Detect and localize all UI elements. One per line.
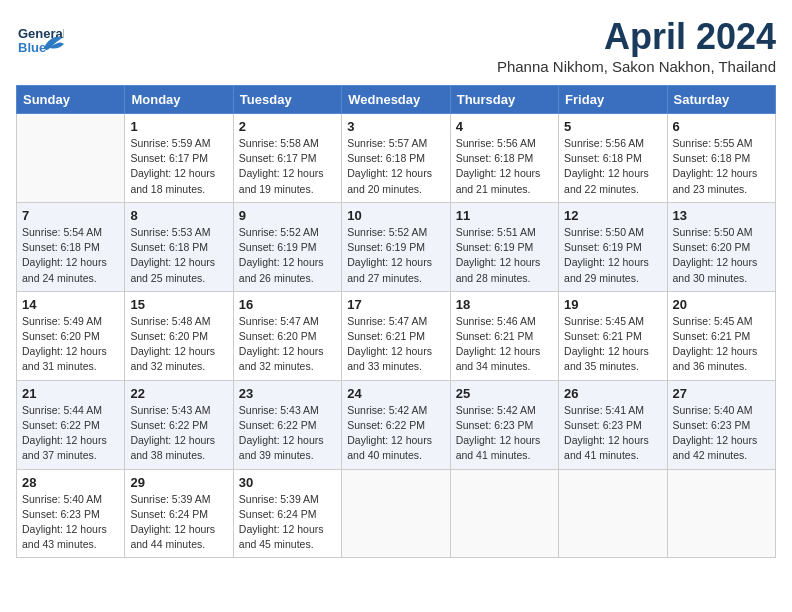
calendar-cell: 22Sunrise: 5:43 AM Sunset: 6:22 PM Dayli…: [125, 380, 233, 469]
calendar-cell: 28Sunrise: 5:40 AM Sunset: 6:23 PM Dayli…: [17, 469, 125, 558]
column-header-saturday: Saturday: [667, 86, 775, 114]
calendar-cell: 16Sunrise: 5:47 AM Sunset: 6:20 PM Dayli…: [233, 291, 341, 380]
day-info: Sunrise: 5:58 AM Sunset: 6:17 PM Dayligh…: [239, 136, 336, 197]
calendar-cell: 5Sunrise: 5:56 AM Sunset: 6:18 PM Daylig…: [559, 114, 667, 203]
day-info: Sunrise: 5:50 AM Sunset: 6:20 PM Dayligh…: [673, 225, 770, 286]
calendar-cell: [559, 469, 667, 558]
column-header-monday: Monday: [125, 86, 233, 114]
day-info: Sunrise: 5:43 AM Sunset: 6:22 PM Dayligh…: [130, 403, 227, 464]
calendar-cell: [450, 469, 558, 558]
calendar-cell: 12Sunrise: 5:50 AM Sunset: 6:19 PM Dayli…: [559, 202, 667, 291]
day-info: Sunrise: 5:49 AM Sunset: 6:20 PM Dayligh…: [22, 314, 119, 375]
calendar-week-row: 28Sunrise: 5:40 AM Sunset: 6:23 PM Dayli…: [17, 469, 776, 558]
calendar-cell: 23Sunrise: 5:43 AM Sunset: 6:22 PM Dayli…: [233, 380, 341, 469]
calendar-cell: 25Sunrise: 5:42 AM Sunset: 6:23 PM Dayli…: [450, 380, 558, 469]
column-header-thursday: Thursday: [450, 86, 558, 114]
day-info: Sunrise: 5:45 AM Sunset: 6:21 PM Dayligh…: [673, 314, 770, 375]
day-number: 4: [456, 119, 553, 134]
calendar-cell: 27Sunrise: 5:40 AM Sunset: 6:23 PM Dayli…: [667, 380, 775, 469]
day-number: 1: [130, 119, 227, 134]
column-header-friday: Friday: [559, 86, 667, 114]
day-info: Sunrise: 5:40 AM Sunset: 6:23 PM Dayligh…: [22, 492, 119, 553]
calendar-cell: 13Sunrise: 5:50 AM Sunset: 6:20 PM Dayli…: [667, 202, 775, 291]
calendar-week-row: 21Sunrise: 5:44 AM Sunset: 6:22 PM Dayli…: [17, 380, 776, 469]
day-info: Sunrise: 5:39 AM Sunset: 6:24 PM Dayligh…: [239, 492, 336, 553]
day-info: Sunrise: 5:59 AM Sunset: 6:17 PM Dayligh…: [130, 136, 227, 197]
page-header: General Blue April 2024 Phanna Nikhom, S…: [16, 16, 776, 75]
day-number: 30: [239, 475, 336, 490]
day-info: Sunrise: 5:51 AM Sunset: 6:19 PM Dayligh…: [456, 225, 553, 286]
day-number: 10: [347, 208, 444, 223]
day-number: 18: [456, 297, 553, 312]
day-info: Sunrise: 5:54 AM Sunset: 6:18 PM Dayligh…: [22, 225, 119, 286]
day-info: Sunrise: 5:47 AM Sunset: 6:20 PM Dayligh…: [239, 314, 336, 375]
calendar-cell: 30Sunrise: 5:39 AM Sunset: 6:24 PM Dayli…: [233, 469, 341, 558]
day-number: 20: [673, 297, 770, 312]
day-info: Sunrise: 5:42 AM Sunset: 6:22 PM Dayligh…: [347, 403, 444, 464]
calendar-cell: 2Sunrise: 5:58 AM Sunset: 6:17 PM Daylig…: [233, 114, 341, 203]
column-header-wednesday: Wednesday: [342, 86, 450, 114]
day-info: Sunrise: 5:56 AM Sunset: 6:18 PM Dayligh…: [456, 136, 553, 197]
calendar-cell: 14Sunrise: 5:49 AM Sunset: 6:20 PM Dayli…: [17, 291, 125, 380]
month-title: April 2024: [497, 16, 776, 58]
day-number: 28: [22, 475, 119, 490]
column-header-tuesday: Tuesday: [233, 86, 341, 114]
day-info: Sunrise: 5:53 AM Sunset: 6:18 PM Dayligh…: [130, 225, 227, 286]
day-info: Sunrise: 5:47 AM Sunset: 6:21 PM Dayligh…: [347, 314, 444, 375]
day-info: Sunrise: 5:56 AM Sunset: 6:18 PM Dayligh…: [564, 136, 661, 197]
calendar-cell: 24Sunrise: 5:42 AM Sunset: 6:22 PM Dayli…: [342, 380, 450, 469]
day-number: 2: [239, 119, 336, 134]
calendar-cell: 19Sunrise: 5:45 AM Sunset: 6:21 PM Dayli…: [559, 291, 667, 380]
calendar-cell: 17Sunrise: 5:47 AM Sunset: 6:21 PM Dayli…: [342, 291, 450, 380]
day-number: 27: [673, 386, 770, 401]
calendar-cell: 3Sunrise: 5:57 AM Sunset: 6:18 PM Daylig…: [342, 114, 450, 203]
day-number: 6: [673, 119, 770, 134]
day-number: 17: [347, 297, 444, 312]
calendar-cell: 15Sunrise: 5:48 AM Sunset: 6:20 PM Dayli…: [125, 291, 233, 380]
calendar-week-row: 7Sunrise: 5:54 AM Sunset: 6:18 PM Daylig…: [17, 202, 776, 291]
day-number: 25: [456, 386, 553, 401]
title-block: April 2024 Phanna Nikhom, Sakon Nakhon, …: [497, 16, 776, 75]
calendar-table: SundayMondayTuesdayWednesdayThursdayFrid…: [16, 85, 776, 558]
calendar-week-row: 1Sunrise: 5:59 AM Sunset: 6:17 PM Daylig…: [17, 114, 776, 203]
calendar-cell: 9Sunrise: 5:52 AM Sunset: 6:19 PM Daylig…: [233, 202, 341, 291]
day-info: Sunrise: 5:52 AM Sunset: 6:19 PM Dayligh…: [239, 225, 336, 286]
day-info: Sunrise: 5:46 AM Sunset: 6:21 PM Dayligh…: [456, 314, 553, 375]
location-title: Phanna Nikhom, Sakon Nakhon, Thailand: [497, 58, 776, 75]
calendar-cell: 7Sunrise: 5:54 AM Sunset: 6:18 PM Daylig…: [17, 202, 125, 291]
day-info: Sunrise: 5:45 AM Sunset: 6:21 PM Dayligh…: [564, 314, 661, 375]
day-number: 9: [239, 208, 336, 223]
day-number: 24: [347, 386, 444, 401]
day-number: 13: [673, 208, 770, 223]
calendar-cell: [342, 469, 450, 558]
day-info: Sunrise: 5:41 AM Sunset: 6:23 PM Dayligh…: [564, 403, 661, 464]
calendar-cell: 8Sunrise: 5:53 AM Sunset: 6:18 PM Daylig…: [125, 202, 233, 291]
day-info: Sunrise: 5:43 AM Sunset: 6:22 PM Dayligh…: [239, 403, 336, 464]
day-info: Sunrise: 5:44 AM Sunset: 6:22 PM Dayligh…: [22, 403, 119, 464]
day-info: Sunrise: 5:55 AM Sunset: 6:18 PM Dayligh…: [673, 136, 770, 197]
calendar-week-row: 14Sunrise: 5:49 AM Sunset: 6:20 PM Dayli…: [17, 291, 776, 380]
day-number: 23: [239, 386, 336, 401]
calendar-cell: 26Sunrise: 5:41 AM Sunset: 6:23 PM Dayli…: [559, 380, 667, 469]
day-number: 19: [564, 297, 661, 312]
day-number: 3: [347, 119, 444, 134]
day-number: 11: [456, 208, 553, 223]
day-number: 22: [130, 386, 227, 401]
calendar-cell: 10Sunrise: 5:52 AM Sunset: 6:19 PM Dayli…: [342, 202, 450, 291]
calendar-cell: [17, 114, 125, 203]
column-header-sunday: Sunday: [17, 86, 125, 114]
logo: General Blue: [16, 16, 64, 68]
svg-text:Blue: Blue: [18, 40, 46, 55]
day-number: 5: [564, 119, 661, 134]
logo-icon: General Blue: [16, 16, 64, 68]
calendar-cell: 6Sunrise: 5:55 AM Sunset: 6:18 PM Daylig…: [667, 114, 775, 203]
day-info: Sunrise: 5:42 AM Sunset: 6:23 PM Dayligh…: [456, 403, 553, 464]
calendar-header-row: SundayMondayTuesdayWednesdayThursdayFrid…: [17, 86, 776, 114]
day-number: 15: [130, 297, 227, 312]
calendar-cell: 18Sunrise: 5:46 AM Sunset: 6:21 PM Dayli…: [450, 291, 558, 380]
day-number: 26: [564, 386, 661, 401]
calendar-cell: 29Sunrise: 5:39 AM Sunset: 6:24 PM Dayli…: [125, 469, 233, 558]
day-number: 12: [564, 208, 661, 223]
calendar-cell: 20Sunrise: 5:45 AM Sunset: 6:21 PM Dayli…: [667, 291, 775, 380]
day-info: Sunrise: 5:50 AM Sunset: 6:19 PM Dayligh…: [564, 225, 661, 286]
